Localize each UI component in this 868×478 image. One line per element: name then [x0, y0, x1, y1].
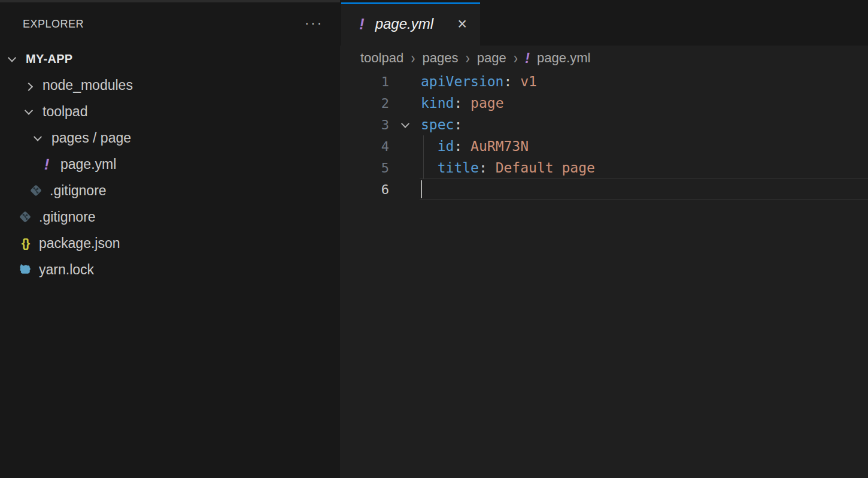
chevron-down-icon: [31, 135, 45, 141]
breadcrumb-label: page: [477, 50, 506, 66]
line-number: 4: [340, 139, 389, 154]
tree-item-page-yml[interactable]: !page.yml: [0, 151, 340, 177]
yarn-cat-icon: [18, 262, 32, 277]
code-line-6[interactable]: 6: [340, 179, 868, 200]
tree-item-label: .gitignore: [50, 183, 107, 199]
git-icon: [18, 210, 32, 224]
token-value: v1: [520, 74, 537, 89]
warning-yaml-icon: !: [40, 156, 54, 172]
line-number: 2: [340, 96, 389, 111]
line-number: 1: [340, 74, 389, 89]
breadcrumb-item-toolpad[interactable]: toolpad: [360, 50, 403, 66]
tree-item-pages-page[interactable]: pages / page: [0, 125, 340, 151]
code-line-1[interactable]: 1apiVersion: v1: [340, 71, 868, 92]
tab-bar: ! page.yml ×: [340, 0, 868, 46]
breadcrumb-label: toolpad: [360, 50, 403, 66]
breadcrumb-label: pages: [423, 50, 459, 66]
tree-item-label: page.yml: [60, 156, 116, 173]
breadcrumb-item-page-yml[interactable]: !page.yml: [525, 50, 590, 66]
token-key: id: [438, 138, 454, 154]
code-line-4[interactable]: 4 id: AuRM73N: [340, 135, 868, 157]
tree-item-label: MY-APP: [26, 52, 72, 66]
more-actions-icon[interactable]: ···: [305, 16, 323, 31]
git-icon: [29, 183, 43, 198]
tree-item-package-json[interactable]: {}package.json: [0, 230, 340, 256]
tab-label: page.yml: [375, 16, 433, 32]
breadcrumb-label: page.yml: [537, 50, 590, 66]
indent-guide: [423, 135, 424, 157]
json-braces-icon: {}: [18, 236, 32, 250]
token-key: spec: [421, 117, 454, 132]
token-value: AuRM73N: [471, 138, 529, 154]
explorer-title: EXPLORER: [23, 18, 84, 31]
token-punct: :: [479, 160, 496, 176]
tree-item-gitignore[interactable]: .gitignore: [0, 204, 340, 230]
explorer-header: EXPLORER ···: [0, 2, 340, 42]
line-number: 5: [340, 161, 389, 176]
tree-item-gitignore-toolpad[interactable]: .gitignore: [0, 177, 340, 204]
close-icon[interactable]: ×: [457, 16, 467, 32]
tree-item-label: node_modules: [43, 77, 133, 93]
token-punct: :: [454, 95, 471, 111]
tab-page-yml[interactable]: ! page.yml ×: [341, 2, 480, 46]
token-key: title: [438, 160, 479, 176]
breadcrumb-item-pages[interactable]: pages: [423, 50, 459, 66]
token-punct: :: [454, 138, 471, 154]
token-punct: :: [454, 117, 462, 132]
breadcrumb-item-page[interactable]: page: [477, 50, 506, 66]
chevron-down-icon: [22, 108, 36, 114]
explorer-sidebar: EXPLORER ··· MY-APPnode_modulestoolpadpa…: [0, 0, 340, 478]
line-number: 6: [340, 182, 389, 197]
token-key: kind: [421, 95, 454, 111]
line-number: 3: [340, 117, 389, 132]
code-line-3[interactable]: 3spec:: [340, 114, 868, 135]
chevron-right-separator-icon: ›: [465, 49, 469, 68]
tree-root-my-app[interactable]: MY-APP: [0, 46, 340, 72]
tree-item-node-modules[interactable]: node_modules: [0, 72, 340, 98]
tree-item-label: toolpad: [43, 104, 87, 120]
indent-guide: [423, 157, 424, 179]
text-cursor: [421, 180, 422, 198]
file-tree: MY-APPnode_modulestoolpadpages / page!pa…: [0, 46, 340, 283]
tree-item-label: yarn.lock: [39, 262, 94, 278]
fold-chevron-down-icon[interactable]: [389, 122, 421, 128]
token-value: Default page: [496, 160, 595, 176]
token-punct: :: [503, 74, 520, 89]
code-line-2[interactable]: 2kind: page: [340, 92, 868, 114]
vscode-window: EXPLORER ··· MY-APPnode_modulestoolpadpa…: [0, 0, 868, 478]
token-key: apiVersion: [421, 74, 503, 89]
chevron-right-separator-icon: ›: [411, 49, 415, 68]
tree-item-yarn-lock[interactable]: yarn.lock: [0, 256, 340, 283]
chevron-right-separator-icon: ›: [514, 49, 518, 68]
tree-item-toolpad[interactable]: toolpad: [0, 98, 340, 125]
warning-yaml-icon: !: [525, 51, 530, 65]
chevron-right-icon: [22, 82, 36, 88]
breadcrumb: toolpad›pages›page›!page.yml: [340, 46, 868, 71]
editor-group: ! page.yml × toolpad›pages›page›!page.ym…: [340, 0, 868, 478]
tree-item-label: pages / page: [51, 130, 131, 146]
tree-item-label: .gitignore: [39, 209, 96, 225]
code-editor[interactable]: 1apiVersion: v12kind: page3spec:4 id: Au…: [340, 71, 868, 200]
tree-item-label: package.json: [39, 235, 120, 252]
code-line-5[interactable]: 5 title: Default page: [340, 157, 868, 179]
current-line-highlight: [420, 179, 868, 200]
warning-yaml-icon: !: [359, 16, 365, 32]
chevron-down-icon: [5, 56, 19, 62]
token-value: page: [471, 95, 503, 111]
